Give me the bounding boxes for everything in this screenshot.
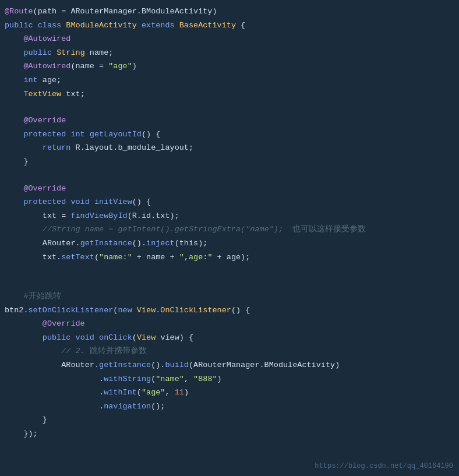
code-line-26: // 2. 跳转并携带参数 xyxy=(0,344,459,358)
code-line-15: protected void initView() { xyxy=(0,195,459,209)
code-line-16: txt = findViewById(R.id.txt); xyxy=(0,209,459,223)
code-line-25: public void onClick(View view) { xyxy=(0,331,459,345)
code-line-14: @Override xyxy=(0,182,459,196)
code-line-27: ARouter.getInstance().build(ARouterManag… xyxy=(0,358,459,372)
code-line-6: int age; xyxy=(0,73,459,87)
code-line-9: @Override xyxy=(0,114,459,128)
code-line-19: txt.setText("name:" + name + ",age:" + a… xyxy=(0,251,459,265)
code-line-7: TextView txt; xyxy=(0,87,459,101)
code-line-empty-3 xyxy=(0,264,459,277)
code-line-5: @Autowired(name = "age") xyxy=(0,59,459,73)
watermark: https://blog.csdn.net/qq_40164190 xyxy=(315,462,453,470)
code-line-32: }); xyxy=(0,427,459,441)
code-container: @Route(path = ARouterManager.BModuleActi… xyxy=(0,0,459,476)
code-line-31: } xyxy=(0,413,459,427)
code-line-empty-4 xyxy=(0,277,459,290)
code-line-24: @Override xyxy=(0,317,459,331)
code-line-10: protected int getLayoutId() { xyxy=(0,128,459,142)
code-line-29: .withInt("age", 11) xyxy=(0,386,459,400)
code-line-22: #开始跳转 xyxy=(0,290,459,304)
code-line-4: public String name; xyxy=(0,46,459,60)
code-line-12: } xyxy=(0,155,459,169)
code-line-23: btn2.setOnClickListener(new View.OnClick… xyxy=(0,304,459,318)
code-line-30: .navigation(); xyxy=(0,400,459,414)
code-line-2: public class BModuleActivity extends Bas… xyxy=(0,19,459,33)
code-line-3: @Autowired xyxy=(0,32,459,46)
code-line-11: return R.layout.b_module_layout; xyxy=(0,141,459,155)
code-line-empty-2 xyxy=(0,169,459,182)
code-line-18: ARouter.getInstance().inject(this); xyxy=(0,237,459,251)
code-line-empty-1 xyxy=(0,101,459,114)
code-line-28: .withString("name", "888") xyxy=(0,372,459,386)
code-line-1: @Route(path = ARouterManager.BModuleActi… xyxy=(0,5,459,19)
code-line-17: //String name = getIntent().getStringExt… xyxy=(0,223,459,237)
